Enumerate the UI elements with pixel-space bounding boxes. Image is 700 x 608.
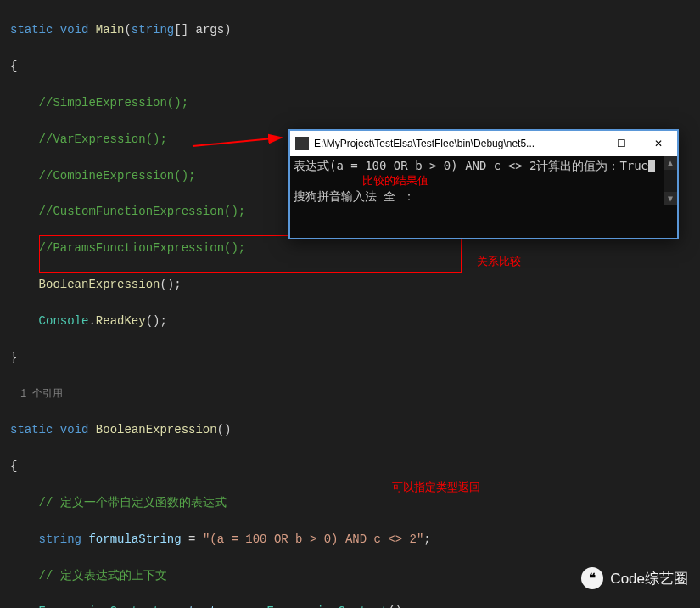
- console-title-text: E:\MyProject\TestElsa\TestFlee\bin\Debug…: [314, 138, 565, 149]
- eq1: =: [182, 532, 203, 546]
- comment-params: //ParamsFunctionExpression();: [39, 241, 246, 255]
- be-tail: (): [217, 423, 232, 436]
- wechat-icon: ❝: [581, 567, 603, 589]
- call-tail: ();: [160, 278, 181, 291]
- comment-combine: //CombineExpression();: [39, 169, 196, 183]
- console-line2: 搜狗拼音输入法 全 ：: [294, 189, 674, 204]
- method-main: Main: [96, 23, 125, 37]
- watermark: ❝ Code综艺圈: [581, 567, 688, 589]
- minimize-button[interactable]: —: [565, 131, 602, 156]
- type-exprctx2: ExpressionContext: [267, 605, 389, 608]
- type-console: Console: [39, 314, 89, 328]
- params: [] args): [174, 23, 231, 37]
- close-button[interactable]: ✕: [640, 131, 677, 156]
- reference-count[interactable]: 1 个引用: [10, 386, 700, 403]
- method-readkey: ReadKey: [96, 314, 146, 328]
- var-formula: formulaString: [88, 532, 181, 546]
- comment-var: //VarExpression();: [39, 132, 167, 146]
- ctor-tail: ();: [388, 605, 409, 608]
- method-booleanexpression: BooleanExpression: [96, 423, 217, 436]
- scroll-down-icon[interactable]: ▼: [664, 192, 677, 205]
- var-context: context: [167, 605, 217, 608]
- comment-custom: //CustomFunctionExpression();: [39, 205, 246, 218]
- annotation-result: 比较的结果值: [362, 173, 428, 189]
- console-icon: [295, 137, 309, 150]
- console-line1: 表达式(a = 100 OR b > 0) AND c <> 2计算出的值为：T…: [294, 158, 674, 173]
- keyword-string: string: [132, 23, 174, 37]
- console-output[interactable]: 表达式(a = 100 OR b > 0) AND c <> 2计算出的值为：T…: [290, 156, 677, 205]
- annotation-relation: 关系比较: [477, 254, 521, 269]
- call-booleanexpression: BooleanExpression: [39, 278, 160, 291]
- type-exprctx: ExpressionContext: [39, 605, 160, 608]
- comment-simple: //SimpleExpression();: [39, 96, 188, 110]
- keyword-static: static: [10, 23, 53, 37]
- watermark-text: Code综艺圈: [610, 569, 688, 588]
- kw-static2: static: [10, 423, 53, 436]
- eq2: =: [217, 605, 238, 608]
- comment-define-ctx: // 定义表达式的上下文: [39, 569, 167, 583]
- annotation-typed-return: 可以指定类型返回: [392, 480, 480, 495]
- kw-void2: void: [60, 423, 89, 436]
- console-window[interactable]: E:\MyProject\TestElsa\TestFlee\bin\Debug…: [288, 129, 679, 239]
- keyword-void: void: [60, 23, 89, 37]
- brace-open: {: [10, 59, 17, 73]
- call-tail2: ();: [146, 314, 167, 328]
- maximize-button[interactable]: ☐: [602, 131, 640, 156]
- brace-open2: {: [10, 459, 17, 473]
- scroll-up-icon[interactable]: ▲: [664, 156, 677, 170]
- brace-close: }: [10, 351, 17, 364]
- console-titlebar[interactable]: E:\MyProject\TestElsa\TestFlee\bin\Debug…: [290, 131, 677, 156]
- string-formula: "(a = 100 OR b > 0) AND c <> 2": [203, 532, 423, 546]
- console-scrollbar[interactable]: ▲ ▼: [664, 156, 677, 205]
- comment-define-expr: // 定义一个带自定义函数的表达式: [39, 496, 227, 509]
- semi1: ;: [423, 532, 430, 546]
- code-editor[interactable]: static void Main(string[] args) { //Simp…: [0, 0, 700, 608]
- kw-string2: string: [39, 532, 81, 546]
- kw-new: new: [238, 605, 260, 608]
